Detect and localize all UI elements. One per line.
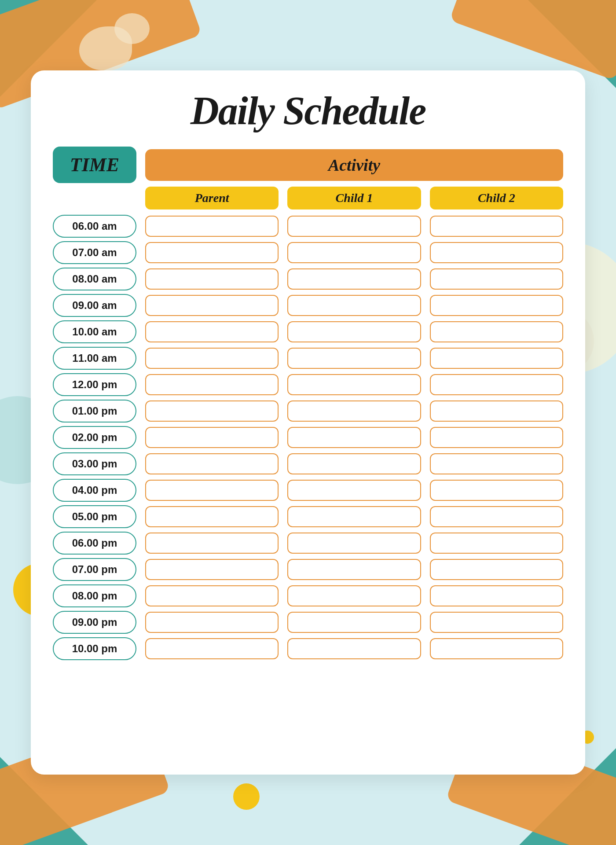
activity-cells-14 (145, 585, 563, 606)
activity-cell-child1-9[interactable] (287, 453, 421, 474)
activity-cell-parent-6[interactable] (145, 374, 279, 395)
time-label-10: 04.00 pm (53, 479, 136, 502)
activity-cell-child1-3[interactable] (287, 295, 421, 316)
activity-cell-parent-3[interactable] (145, 295, 279, 316)
activity-cell-child1-7[interactable] (287, 400, 421, 422)
time-label-1: 07.00 am (53, 241, 136, 264)
activity-cell-child2-14[interactable] (430, 585, 563, 606)
activity-cell-parent-1[interactable] (145, 242, 279, 263)
activity-cell-child2-2[interactable] (430, 268, 563, 290)
activity-cell-child1-1[interactable] (287, 242, 421, 263)
activity-cell-child1-15[interactable] (287, 612, 421, 633)
activity-cell-child2-12[interactable] (430, 533, 563, 554)
time-row: 05.00 pm (53, 505, 563, 528)
activity-cells-4 (145, 321, 563, 342)
activity-cell-child1-12[interactable] (287, 533, 421, 554)
activity-cells-9 (145, 453, 563, 474)
activity-cell-child1-16[interactable] (287, 638, 421, 659)
activity-cell-child2-16[interactable] (430, 638, 563, 659)
activity-cell-parent-7[interactable] (145, 400, 279, 422)
activity-cell-child2-5[interactable] (430, 348, 563, 369)
activity-cell-child2-0[interactable] (430, 216, 563, 237)
activity-cell-parent-9[interactable] (145, 453, 279, 474)
activity-cell-child2-1[interactable] (430, 242, 563, 263)
time-label-9: 03.00 pm (53, 452, 136, 475)
activity-cell-child1-13[interactable] (287, 559, 421, 580)
activity-cell-parent-10[interactable] (145, 480, 279, 501)
bg-blob-cream-2 (114, 13, 150, 44)
activity-cell-child2-10[interactable] (430, 480, 563, 501)
activity-cell-child2-15[interactable] (430, 612, 563, 633)
activity-cell-child1-6[interactable] (287, 374, 421, 395)
activity-cells-5 (145, 348, 563, 369)
activity-cell-parent-12[interactable] (145, 533, 279, 554)
activity-cell-child2-3[interactable] (430, 295, 563, 316)
page-title: Daily Schedule (53, 88, 563, 133)
activity-cell-child2-8[interactable] (430, 427, 563, 448)
activity-cell-child1-4[interactable] (287, 321, 421, 342)
activity-cell-child1-2[interactable] (287, 268, 421, 290)
time-label: TIME (53, 147, 136, 183)
activity-cells-7 (145, 400, 563, 422)
time-row: 12.00 pm (53, 373, 563, 396)
activity-cells-10 (145, 480, 563, 501)
time-row: 09.00 pm (53, 611, 563, 634)
activity-cell-child1-0[interactable] (287, 216, 421, 237)
activity-cell-parent-5[interactable] (145, 348, 279, 369)
activity-cell-child1-5[interactable] (287, 348, 421, 369)
activity-cells-16 (145, 638, 563, 659)
activity-cells-12 (145, 533, 563, 554)
activity-cell-parent-11[interactable] (145, 506, 279, 527)
activity-cell-parent-15[interactable] (145, 612, 279, 633)
activity-cell-child2-4[interactable] (430, 321, 563, 342)
time-label-4: 10.00 am (53, 320, 136, 343)
time-label-6: 12.00 pm (53, 373, 136, 396)
activity-cell-parent-2[interactable] (145, 268, 279, 290)
time-label-7: 01.00 pm (53, 400, 136, 422)
time-label-5: 11.00 am (53, 347, 136, 370)
activity-cell-child1-8[interactable] (287, 427, 421, 448)
activity-cell-parent-8[interactable] (145, 427, 279, 448)
activity-cell-parent-13[interactable] (145, 559, 279, 580)
sub-headers: Parent Child 1 Child 2 (145, 187, 563, 209)
activity-cell-parent-16[interactable] (145, 638, 279, 659)
time-row: 04.00 pm (53, 479, 563, 502)
activity-cells-6 (145, 374, 563, 395)
time-rows-container: 06.00 am07.00 am08.00 am09.00 am10.00 am… (53, 215, 563, 660)
time-row: 03.00 pm (53, 452, 563, 475)
activity-cell-parent-14[interactable] (145, 585, 279, 606)
time-row: 01.00 pm (53, 400, 563, 422)
time-row: 10.00 pm (53, 637, 563, 660)
activity-cell-child1-11[interactable] (287, 506, 421, 527)
activity-cells-1 (145, 242, 563, 263)
time-label-16: 10.00 pm (53, 637, 136, 660)
sub-header-child1: Child 1 (287, 187, 421, 209)
activity-cell-child2-6[interactable] (430, 374, 563, 395)
time-label-13: 07.00 pm (53, 558, 136, 581)
sub-header-parent: Parent (145, 187, 279, 209)
activity-cells-11 (145, 506, 563, 527)
sub-header-child2: Child 2 (430, 187, 563, 209)
time-row: 08.00 pm (53, 584, 563, 607)
time-row: 11.00 am (53, 347, 563, 370)
activity-cell-child2-13[interactable] (430, 559, 563, 580)
activity-cell-child2-7[interactable] (430, 400, 563, 422)
activity-cells-0 (145, 216, 563, 237)
activity-cells-3 (145, 295, 563, 316)
time-label-3: 09.00 am (53, 294, 136, 317)
activity-cell-child1-14[interactable] (287, 585, 421, 606)
activity-cell-child2-11[interactable] (430, 506, 563, 527)
activity-cell-child1-10[interactable] (287, 480, 421, 501)
header-row-1: TIME Activity (53, 147, 563, 183)
time-row: 10.00 am (53, 320, 563, 343)
activity-cells-2 (145, 268, 563, 290)
activity-cell-child2-9[interactable] (430, 453, 563, 474)
time-label-0: 06.00 am (53, 215, 136, 238)
header-row-2: Parent Child 1 Child 2 (53, 187, 563, 209)
time-header-box: TIME (53, 147, 136, 183)
time-label-8: 02.00 pm (53, 426, 136, 449)
time-row: 06.00 am (53, 215, 563, 238)
activity-cell-parent-0[interactable] (145, 216, 279, 237)
time-label-12: 06.00 pm (53, 532, 136, 555)
activity-cell-parent-4[interactable] (145, 321, 279, 342)
